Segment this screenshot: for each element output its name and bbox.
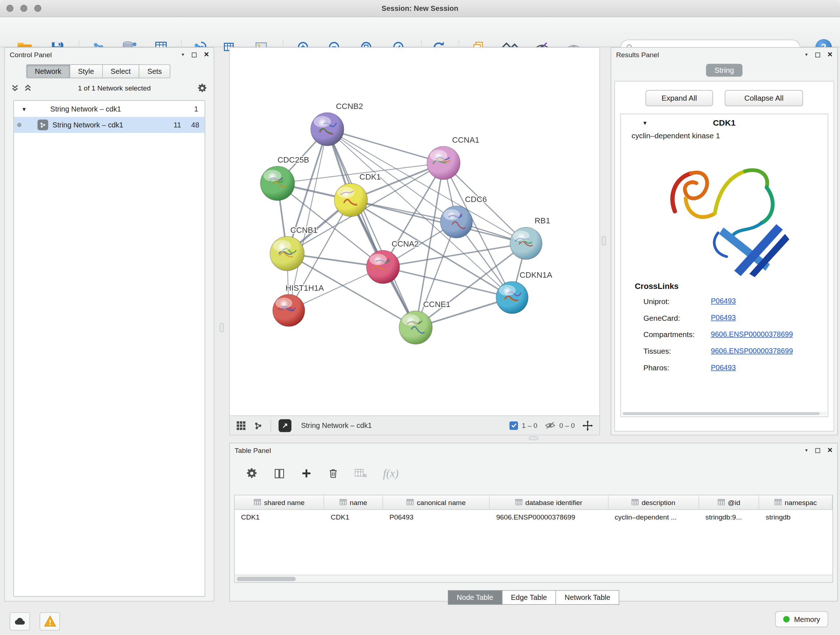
current-network-bullet [17, 123, 21, 127]
selected-items-checkbox[interactable] [509, 421, 518, 430]
scrollbar-thumb[interactable] [237, 577, 296, 581]
tab-select[interactable]: Select [103, 65, 139, 79]
close-window-button[interactable] [6, 5, 13, 11]
cell-canonical-name[interactable]: P06493 [383, 513, 490, 521]
zoom-window-button[interactable] [34, 5, 41, 11]
node-label-CCNE1: CCNE1 [423, 300, 450, 309]
tab-network[interactable]: Network [27, 65, 70, 79]
crosslink-genecard-link[interactable]: P06493 [711, 314, 736, 321]
panel-menu-icon[interactable]: ▾ [805, 52, 808, 57]
column-header-canonical-name[interactable]: canonical name [383, 495, 490, 509]
cell-shared-name[interactable]: CDK1 [235, 513, 325, 521]
table-options-gear-icon[interactable] [246, 467, 258, 479]
cell-name[interactable]: CDK1 [324, 513, 383, 521]
node-HIST1H1A[interactable]: HIST1H1A [273, 283, 324, 326]
expand-all-icon[interactable] [24, 84, 32, 92]
network-row[interactable]: String Network – cdk1 11 48 [14, 117, 205, 133]
column-header-name[interactable]: name [324, 495, 383, 509]
panel-float-icon[interactable] [815, 52, 820, 57]
collapse-all-icon[interactable] [11, 84, 19, 92]
node-CCNB1[interactable]: CCNB1 [270, 226, 317, 271]
delete-table-icon[interactable] [355, 468, 367, 478]
panel-float-icon[interactable] [192, 52, 196, 57]
splitter-handle[interactable] [602, 236, 606, 246]
node-CDC25B[interactable]: CDC25B [261, 155, 309, 201]
crosslink-row: Uniprot: P06493 [621, 293, 828, 310]
crosslink-compartments-link[interactable]: 9606.ENSP00000378699 [711, 330, 793, 338]
network-collection-row[interactable]: ▼ String Network – cdk1 1 [14, 101, 205, 117]
network-node-count: 11 [163, 121, 181, 129]
create-column-plus-icon[interactable] [301, 468, 312, 479]
network-view[interactable]: CCNB2CCNA1CDC25BCDK1CDC6RB1CCNB1CCNA2CDK… [229, 47, 600, 435]
panel-close-icon[interactable]: × [204, 50, 209, 59]
table-row[interactable]: CDK1 CDK1 P06493 9606.ENSP00000378699 cy… [235, 510, 833, 524]
memory-button[interactable]: Memory [775, 611, 828, 627]
column-header-database-identifier[interactable]: database identifier [490, 495, 608, 509]
panel-menu-icon[interactable]: ▾ [182, 52, 184, 57]
birds-eye-grid-icon[interactable] [236, 421, 246, 431]
tree-expand-icon[interactable]: ▼ [21, 106, 27, 111]
crosslink-row: Compartments: 9606.ENSP00000378699 [621, 326, 828, 342]
node-label-CDC6: CDC6 [465, 195, 486, 204]
tab-edge-table[interactable]: Edge Table [502, 590, 556, 605]
panel-close-icon[interactable]: × [827, 50, 832, 59]
splitter-handle[interactable] [529, 436, 538, 440]
node-RB1[interactable]: RB1 [510, 216, 550, 259]
node-CCNB2[interactable]: CCNB2 [311, 102, 363, 146]
node-CCNA1[interactable]: CCNA1 [427, 135, 479, 180]
column-header-description[interactable]: description [608, 495, 699, 509]
memory-status-dot [783, 616, 790, 622]
node-label-HIST1H1A: HIST1H1A [286, 283, 324, 293]
crosslink-tissues-link[interactable]: 9606.ENSP00000378699 [711, 347, 793, 355]
cell-namespace[interactable]: stringdb [759, 513, 832, 521]
tab-sets[interactable]: Sets [139, 65, 171, 79]
network-options-gear-icon[interactable] [197, 83, 207, 93]
collapse-all-button[interactable]: Collapse All [725, 90, 803, 106]
node-CDKN1A[interactable]: CDKN1A [496, 271, 552, 314]
expand-all-button[interactable]: Expand All [645, 90, 713, 106]
panel-float-icon[interactable] [815, 448, 820, 453]
results-panel: Results Panel ▾ × String Expand All Coll… [611, 47, 838, 435]
edge-CCNB2-CCNB1[interactable] [287, 129, 327, 254]
cell-id[interactable]: stringdb:9... [699, 513, 759, 521]
section-collapse-icon[interactable]: ▼ [642, 120, 647, 126]
column-header-namespace[interactable]: namespac [759, 495, 832, 509]
network-overview-icon[interactable] [253, 421, 263, 431]
cell-database-identifier[interactable]: 9606.ENSP00000378699 [490, 513, 608, 521]
results-tab-string[interactable]: String [706, 64, 743, 77]
memory-label: Memory [794, 615, 820, 623]
node-label-CDK1: CDK1 [360, 172, 381, 181]
tab-style[interactable]: Style [70, 65, 103, 79]
edge-CDK1-RB1[interactable] [351, 200, 526, 243]
pan-crosshair-icon[interactable] [583, 420, 593, 431]
control-panel: Control Panel ▾ × Network Style Select S… [4, 47, 214, 601]
cloud-status-button[interactable] [10, 612, 30, 630]
results-scrollbar[interactable] [622, 412, 827, 415]
delete-column-trash-icon[interactable] [328, 468, 339, 479]
panel-menu-icon[interactable]: ▾ [805, 448, 808, 453]
cell-description[interactable]: cyclin–dependent ... [608, 513, 699, 521]
edge-CCNB2-CCNA1[interactable] [327, 129, 444, 163]
show-columns-icon[interactable] [274, 468, 285, 479]
warnings-button[interactable] [40, 612, 60, 630]
edge-CCNB2-CCNE1[interactable] [327, 129, 416, 328]
table-tabs: Node Table Edge Table Network Table [230, 590, 837, 605]
function-builder-icon[interactable]: f(x) [383, 467, 399, 480]
open-in-new-window-button[interactable]: ↗ [279, 419, 292, 432]
column-header-id[interactable]: @id [699, 495, 759, 509]
node-CDK1[interactable]: CDK1 [334, 172, 381, 217]
tab-node-table[interactable]: Node Table [447, 590, 502, 605]
splitter-handle[interactable] [219, 323, 224, 333]
current-network-name: String Network – cdk1 [301, 421, 372, 429]
panel-close-icon[interactable]: × [827, 446, 832, 455]
crosslink-pharos-link[interactable]: P06493 [711, 363, 736, 371]
node-label-CDKN1A: CDKN1A [519, 271, 552, 279]
column-header-shared-name[interactable]: shared name [235, 495, 325, 509]
network-canvas[interactable]: CCNB2CCNA1CDC25BCDK1CDC6RB1CCNB1CCNA2CDK… [230, 48, 600, 416]
table-horizontal-scrollbar[interactable] [235, 575, 833, 582]
hidden-items-eye-slash-icon[interactable] [545, 421, 556, 429]
crosslink-uniprot-link[interactable]: P06493 [711, 297, 736, 305]
tab-network-table[interactable]: Network Table [556, 590, 619, 605]
network-label: String Network – cdk1 [52, 121, 123, 129]
minimize-window-button[interactable] [20, 5, 27, 11]
